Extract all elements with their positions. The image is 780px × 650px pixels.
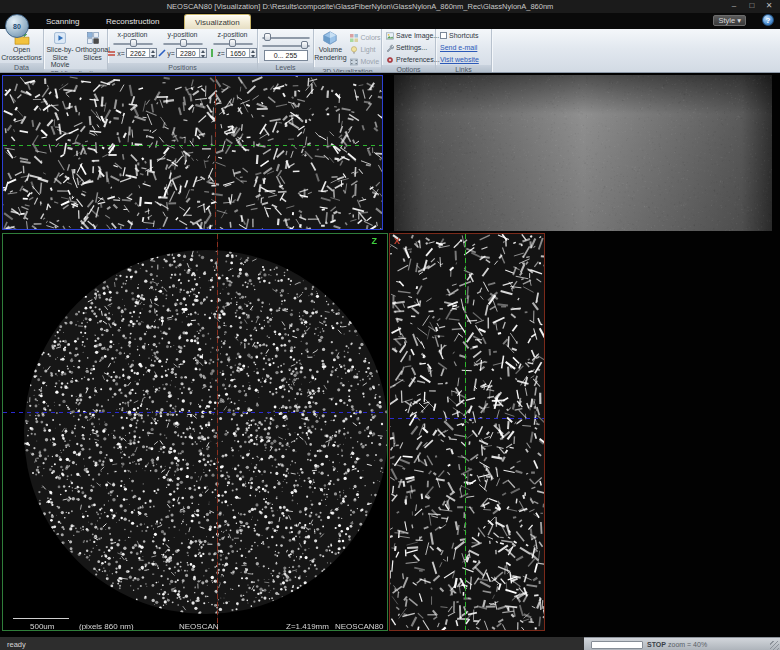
ribbon-group-3d-visualization: Volume Rendering Colors bbox=[314, 29, 382, 72]
projection-image[interactable] bbox=[394, 75, 772, 231]
movie-button[interactable]: Movie bbox=[348, 56, 380, 67]
y-position-value: 2280 bbox=[177, 49, 199, 57]
maximize-button[interactable]: □ bbox=[744, 0, 760, 12]
shortcuts-label: Shortcuts bbox=[449, 32, 479, 39]
z-position-value: 1650 bbox=[227, 49, 249, 57]
group-caption-3d-visualization: 3D Visualization bbox=[314, 67, 381, 72]
xy-slice-panel: Z 500um (pixels 860 nm) NEOSCAN Z=1.419m… bbox=[2, 233, 388, 631]
style-dropdown[interactable]: Style ▾ bbox=[713, 15, 746, 26]
group-caption-options: Options bbox=[382, 65, 435, 72]
window-title: NEOSCAN80 [Visualization] D:\Results\com… bbox=[0, 2, 720, 11]
statusbar: ready STOP zoom = 40% bbox=[0, 637, 780, 650]
light-label: Light bbox=[360, 46, 375, 53]
xz-slice-image[interactable] bbox=[3, 76, 382, 229]
ribbon-group-options: Save Image... Settings... Preferences... bbox=[382, 29, 436, 72]
tab-visualization[interactable]: Visualization bbox=[184, 14, 251, 29]
settings-button[interactable]: Settings... bbox=[384, 42, 427, 53]
colors-button[interactable]: Colors bbox=[348, 32, 380, 43]
level-max-slider[interactable] bbox=[262, 41, 310, 49]
orthogonal-slices-label: Orthogonal Slices bbox=[75, 46, 110, 61]
x-position-input[interactable]: 2262 bbox=[126, 48, 157, 58]
minimize-button[interactable]: – bbox=[726, 0, 742, 12]
group-caption-levels: Levels bbox=[258, 63, 313, 72]
y-position-spinner[interactable] bbox=[199, 49, 206, 57]
orthogonal-slices-icon bbox=[85, 31, 101, 45]
progress-bar bbox=[591, 641, 643, 649]
x-axis-icon bbox=[108, 49, 116, 57]
x-position-value: 2262 bbox=[127, 49, 149, 57]
app-logo-icon[interactable]: 80 bbox=[5, 14, 29, 38]
x-position-spinner[interactable] bbox=[149, 49, 156, 57]
ribbon: Open Crossections Data Slice-by-Slice Mo… bbox=[0, 29, 780, 73]
slice-by-slice-movie-button[interactable]: Slice-by-Slice Movie bbox=[44, 30, 76, 69]
orthogonal-slices-button[interactable]: Orthogonal Slices bbox=[78, 30, 107, 61]
xy-blue-crosshair-line[interactable] bbox=[3, 412, 387, 413]
yz-green-crosshair-line[interactable] bbox=[465, 234, 466, 630]
settings-wrench-icon bbox=[386, 44, 394, 52]
yz-slice-image[interactable] bbox=[390, 234, 544, 630]
slice-by-slice-movie-label: Slice-by-Slice Movie bbox=[44, 46, 76, 69]
xz-green-crosshair-line[interactable] bbox=[3, 145, 382, 146]
z-position-input[interactable]: 1650 bbox=[226, 48, 257, 58]
open-crossections-label: Open Crossections bbox=[0, 46, 43, 61]
y-prefix: y= bbox=[167, 50, 175, 57]
statusbar-left: ready bbox=[0, 637, 584, 650]
close-button[interactable]: ✕ bbox=[761, 0, 777, 12]
level-min-slider[interactable] bbox=[262, 33, 310, 41]
preferences-button[interactable]: Preferences... bbox=[384, 54, 440, 65]
xz-slice-panel bbox=[2, 75, 383, 230]
y-position-label: y-position bbox=[168, 31, 198, 39]
save-image-button[interactable]: Save Image... bbox=[384, 30, 439, 41]
volume-rendering-icon bbox=[322, 31, 338, 45]
stop-button[interactable]: STOP bbox=[647, 641, 666, 648]
z-position-slider[interactable] bbox=[213, 39, 253, 47]
ribbon-spacer bbox=[492, 29, 780, 72]
x-position-control: x-position x= 2262 bbox=[109, 30, 157, 58]
volume-rendering-label: Volume Rendering bbox=[314, 46, 346, 61]
xy-slice-image[interactable] bbox=[3, 234, 387, 630]
neoscan-brand-label: NEOSCAN bbox=[179, 623, 219, 631]
statusbar-right: STOP zoom = 40% bbox=[584, 637, 780, 650]
z-position-readout: Z=1.419mm bbox=[286, 623, 329, 631]
light-icon bbox=[350, 46, 358, 54]
yz-slice-panel: X bbox=[389, 233, 545, 631]
resize-grip[interactable] bbox=[770, 641, 779, 650]
colors-label: Colors bbox=[360, 34, 380, 41]
z-position-control: z-position z= 1650 bbox=[209, 30, 257, 58]
ribbon-group-2d-visualization: Slice-by-Slice Movie Orthogonal Slices 2… bbox=[44, 29, 108, 72]
y-position-input[interactable]: 2280 bbox=[176, 48, 207, 58]
volume-rendering-button[interactable]: Volume Rendering bbox=[314, 30, 346, 61]
tab-scanning[interactable]: Scanning bbox=[36, 14, 89, 29]
y-position-control: y-position y= 2280 bbox=[159, 30, 207, 58]
y-axis-icon bbox=[158, 49, 166, 57]
x-position-label: x-position bbox=[118, 31, 148, 39]
group-caption-2d-visualization: 2D Visualization bbox=[44, 69, 107, 73]
x-position-slider[interactable] bbox=[113, 39, 153, 47]
y-position-slider[interactable] bbox=[163, 39, 203, 47]
app-window: NEOSCAN80 [Visualization] D:\Results\com… bbox=[0, 0, 780, 650]
z-prefix: z= bbox=[217, 50, 225, 57]
shortcuts-checkbox[interactable]: Shortcuts bbox=[438, 30, 479, 41]
visit-website-link[interactable]: Visit website bbox=[438, 54, 479, 65]
play-movie-icon bbox=[52, 31, 68, 45]
send-email-label: Send e-mail bbox=[440, 44, 477, 51]
tab-reconstruction[interactable]: Reconstruction bbox=[96, 14, 169, 29]
preferences-gear-icon bbox=[386, 56, 394, 64]
group-caption-positions: Positions bbox=[108, 63, 257, 72]
z-position-spinner[interactable] bbox=[249, 49, 256, 57]
save-image-label: Save Image... bbox=[396, 32, 439, 39]
send-email-link[interactable]: Send e-mail bbox=[438, 42, 477, 53]
xz-red-crosshair-line[interactable] bbox=[215, 76, 216, 229]
scale-bar-label: 500um bbox=[30, 623, 54, 631]
group-caption-links: Links bbox=[436, 65, 491, 72]
status-message: ready bbox=[7, 640, 26, 649]
settings-label: Settings... bbox=[396, 44, 427, 51]
titlebar: NEOSCAN80 [Visualization] D:\Results\com… bbox=[0, 0, 780, 13]
yz-blue-crosshair-line[interactable] bbox=[390, 418, 544, 419]
levels-range-value[interactable]: 0... 255 bbox=[264, 50, 308, 61]
x-prefix: x= bbox=[117, 50, 125, 57]
z-axis-icon bbox=[208, 49, 216, 57]
light-button[interactable]: Light bbox=[348, 44, 380, 55]
help-icon[interactable]: ? bbox=[762, 14, 774, 26]
xy-red-crosshair-line[interactable] bbox=[217, 234, 218, 630]
